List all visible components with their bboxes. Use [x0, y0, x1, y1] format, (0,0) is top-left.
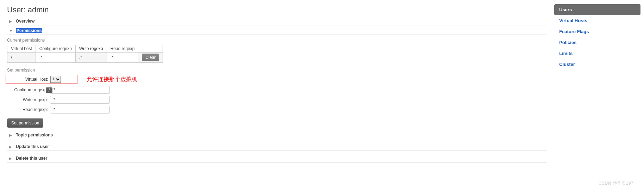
section-delete-user-header[interactable]: ▶ Delete this user [7, 154, 547, 163]
watermark-text: CSDN @景庆197 [599, 180, 633, 186]
configure-input[interactable] [50, 86, 110, 94]
sidebar-item-limits[interactable]: Limits [554, 48, 640, 59]
chevron-right-icon: ▶ [9, 19, 14, 23]
cell-action: Clear [138, 53, 163, 63]
cell-configure: .* [36, 53, 75, 63]
cell-read: .* [107, 53, 138, 63]
section-update-user-title: Update this user [16, 144, 49, 149]
chevron-right-icon: ▶ [9, 157, 14, 160]
annotation-text: 允许连接那个虚拟机 [87, 76, 137, 83]
col-read: Read regexp [107, 45, 138, 53]
col-vhost: Virtual host [7, 45, 36, 53]
section-permissions-body: Current permissions Virtual host Configu… [7, 38, 547, 128]
clear-button[interactable]: Clear [142, 54, 159, 61]
vhost-tooltip: / [46, 87, 52, 93]
section-overview-title: Overview [16, 19, 34, 24]
current-permissions-table: Virtual host Configure regexp Write rege… [7, 45, 163, 63]
section-overview-header[interactable]: ▶ Overview [7, 17, 547, 25]
right-sidebar: Users Virtual Hosts Feature Flags Polici… [554, 4, 640, 170]
sidebar-item-users[interactable]: Users [554, 4, 640, 15]
sidebar-item-virtual-hosts[interactable]: Virtual Hosts [554, 15, 640, 26]
page-title-prefix: User: [7, 5, 28, 14]
sidebar-item-feature-flags[interactable]: Feature Flags [554, 26, 640, 37]
col-write: Write regexp [75, 45, 107, 53]
set-permission-label: Set permission [7, 68, 547, 73]
page-title-name: admin [28, 5, 49, 14]
table-header-row: Virtual host Configure regexp Write rege… [7, 45, 163, 53]
section-permissions-header[interactable]: ▼ Permissions [7, 27, 547, 35]
col-action [138, 45, 163, 53]
write-field-label: Write regexp: [7, 97, 50, 102]
cell-write: .* [75, 53, 107, 63]
write-input[interactable] [50, 96, 110, 104]
vhost-select[interactable]: / [50, 76, 61, 83]
read-input[interactable] [50, 106, 110, 114]
table-row: / .* .* .* Clear [7, 53, 163, 63]
chevron-down-icon: ▼ [9, 29, 14, 33]
col-configure: Configure regexp [36, 45, 75, 53]
configure-field-label: Configure regexp: [7, 87, 50, 92]
section-update-user-header[interactable]: ▶ Update this user [7, 143, 547, 151]
current-permissions-label: Current permissions [7, 38, 547, 43]
chevron-right-icon: ▶ [9, 133, 14, 137]
page-title: User: admin [7, 5, 547, 14]
section-topic-permissions-title: Topic permissions [16, 133, 53, 137]
section-delete-user-title: Delete this user [16, 156, 47, 161]
section-permissions-title: Permissions [16, 28, 42, 33]
read-field-label: Read regexp: [7, 107, 50, 112]
sidebar-item-policies[interactable]: Policies [554, 37, 640, 48]
chevron-right-icon: ▶ [9, 145, 14, 149]
vhost-highlight-box: Virtual Host: / [6, 75, 77, 84]
sidebar-item-cluster[interactable]: Cluster [554, 59, 640, 70]
set-permission-button[interactable]: Set permission [7, 118, 43, 128]
section-topic-permissions-header[interactable]: ▶ Topic permissions [7, 131, 547, 139]
cell-vhost: / [7, 53, 36, 63]
vhost-field-label: Virtual Host: [7, 77, 50, 82]
